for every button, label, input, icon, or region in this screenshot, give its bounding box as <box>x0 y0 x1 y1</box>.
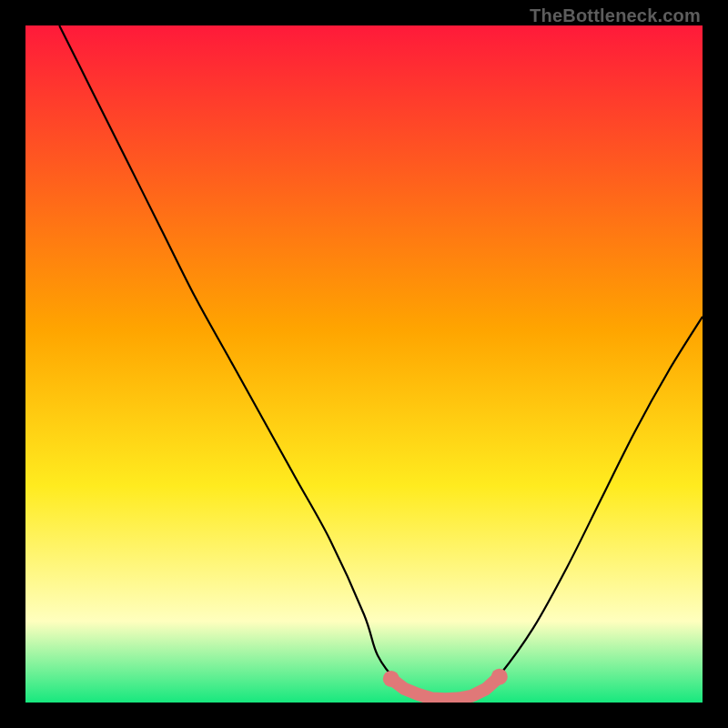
optimal-range-end-dot <box>383 671 399 687</box>
watermark-text: TheBottleneck.com <box>530 5 701 26</box>
optimal-range-markers <box>383 669 508 700</box>
plot-area <box>25 25 703 703</box>
optimal-range-end-dot <box>491 669 508 685</box>
chart-frame: TheBottleneck.com <box>0 0 728 728</box>
curve-layer <box>25 25 703 703</box>
optimal-range-line <box>391 677 500 700</box>
bottleneck-curve <box>59 25 703 703</box>
